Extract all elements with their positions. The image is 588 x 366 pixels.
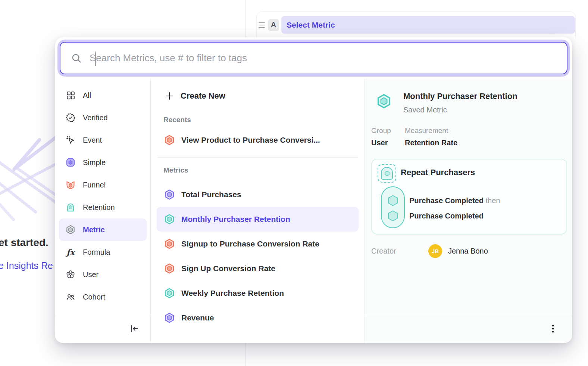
user-flower-icon [66, 270, 75, 279]
metric-item-label: Weekly Purchase Retention [181, 289, 284, 298]
funnel-icon [66, 180, 75, 190]
event-hexagon-icon [386, 194, 400, 207]
metric-item-monthly-purchaser-retention[interactable]: Monthly Purchaser Retention [157, 207, 359, 232]
background-heading-fragment: et started. [0, 237, 49, 249]
sidebar-item-formula[interactable]: ƒx Formula [59, 241, 147, 263]
sidebar-item-retention[interactable]: Retention [59, 196, 147, 218]
metric-item-label: Total Purchases [181, 190, 241, 199]
retention-definition-icon [378, 164, 396, 183]
teal-metric-hexagon-icon [164, 214, 175, 224]
metric-item-sign-up-conversion-rate[interactable]: Sign Up Conversion Rate [157, 256, 359, 281]
sidebar-item-verified[interactable]: Verified [59, 106, 147, 129]
group-label: Group [371, 126, 391, 135]
search-input[interactable] [90, 52, 567, 64]
metric-item-label: Revenue [181, 313, 214, 322]
teal-metric-hexagon-icon [376, 94, 391, 109]
retention-icon [66, 202, 75, 212]
metric-list-column: Create New Recents View Product to Purch… [150, 79, 365, 343]
sidebar-item-label: Funnel [83, 181, 106, 189]
funnel-metric-hexagon-icon [164, 135, 175, 145]
plus-icon [165, 92, 174, 100]
create-new-label: Create New [181, 91, 225, 101]
decorative-chart-lines-illustration [0, 131, 57, 229]
sidebar-item-label: Simple [83, 158, 106, 167]
metric-item-revenue[interactable]: Revenue [157, 305, 359, 330]
measurement-value: Retention Rate [405, 138, 457, 148]
creator-name: Jenna Bono [448, 247, 488, 255]
cohort-people-icon [66, 292, 75, 302]
detail-subtitle: Saved Metric [403, 105, 447, 115]
filter-sidebar: All Verified [55, 79, 150, 343]
formula-fx-icon: ƒx [66, 247, 75, 257]
metric-item-label: Monthly Purchaser Retention [181, 215, 290, 224]
select-metric-button[interactable]: Select Metric [281, 16, 575, 34]
section-divider [157, 157, 358, 158]
creator-avatar: JB [428, 244, 442, 258]
sidebar-item-all[interactable]: All [59, 84, 147, 106]
collapse-sidebar-icon[interactable] [129, 324, 139, 334]
sidebar-item-label: Retention [83, 203, 115, 212]
metric-item-signup-to-purchase-conversion-rate[interactable]: Signup to Purchase Conversion Rate [157, 232, 359, 256]
series-letter-badge: A [268, 19, 279, 31]
sidebar-item-label: Cohort [83, 293, 105, 301]
detail-title: Monthly Purchaser Retention [403, 91, 517, 102]
text-caret [95, 52, 96, 66]
sidebar-item-user[interactable]: User [59, 263, 147, 286]
measurement-label: Measurement [405, 126, 448, 135]
orange-metric-hexagon-icon [164, 263, 175, 274]
definition-step-1: Purchase Completed then [409, 196, 500, 205]
metric-hexagon-icon [66, 225, 75, 235]
metrics-section-header: Metrics [157, 166, 359, 175]
create-new-button[interactable]: Create New [157, 86, 359, 106]
sidebar-item-label: Event [83, 136, 102, 145]
group-value: User [371, 138, 388, 148]
metric-item-label: Signup to Purchase Conversion Rate [181, 239, 319, 248]
drag-handle-icon[interactable] [259, 22, 265, 28]
metric-list: Total Purchases Monthly Purchaser Retent… [157, 182, 359, 330]
event-hexagon-icon [386, 209, 400, 223]
sidebar-item-label: All [83, 91, 91, 100]
simple-metric-icon [66, 158, 75, 167]
metric-picker-modal: All Verified [55, 37, 572, 343]
search-icon [71, 53, 82, 64]
metric-item-label: Sign Up Conversion Rate [181, 264, 275, 273]
purple-metric-hexagon-icon [164, 313, 175, 323]
grid-icon [66, 90, 75, 100]
purple-metric-hexagon-icon [164, 189, 175, 200]
definition-title: Repeat Purchasers [401, 168, 475, 177]
sidebar-item-metric[interactable]: Metric [59, 218, 147, 241]
search-field[interactable] [60, 42, 567, 74]
recent-metric-item[interactable]: View Product to Purchase Conversi... [157, 128, 359, 152]
sidebar-item-label: Verified [83, 114, 108, 122]
event-cursor-icon [66, 135, 75, 145]
orange-metric-hexagon-icon [164, 239, 175, 249]
sidebar-item-cohort[interactable]: Cohort [59, 286, 147, 308]
background-insights-link-fragment[interactable]: e Insights Re [0, 260, 53, 271]
metric-item-weekly-purchase-retention[interactable]: Weekly Purchase Retention [157, 281, 359, 305]
event-sequence-capsule [381, 186, 405, 228]
sidebar-item-simple[interactable]: Simple [59, 151, 147, 174]
metric-item-label: View Product to Purchase Conversi... [181, 136, 320, 145]
teal-metric-hexagon-icon [164, 288, 175, 298]
creator-row: Creator JB Jenna Bono [371, 244, 488, 258]
definition-step-2: Purchase Completed [409, 211, 484, 221]
metric-item-total-purchases[interactable]: Total Purchases [157, 182, 359, 207]
sidebar-item-funnel[interactable]: Funnel [59, 174, 147, 196]
detail-footer [365, 314, 572, 343]
sidebar-item-label: Formula [83, 248, 110, 257]
definition-card: Repeat Purchasers Purchase Completed the… [371, 159, 567, 235]
metric-detail-panel: Monthly Purchaser Retention Saved Metric… [365, 79, 572, 343]
creator-label: Creator [371, 247, 428, 255]
recents-section-header: Recents [157, 115, 359, 124]
select-metric-label: Select Metric [287, 21, 335, 30]
verified-badge-icon [66, 113, 75, 122]
sidebar-item-label: Metric [83, 226, 105, 234]
query-builder-row: A Select Metric [256, 11, 576, 38]
sidebar-item-event[interactable]: Event [59, 129, 147, 151]
then-connector: then [484, 196, 500, 205]
sidebar-footer [55, 314, 150, 343]
sidebar-item-label: User [83, 270, 98, 279]
kebab-menu-icon[interactable] [548, 324, 558, 334]
